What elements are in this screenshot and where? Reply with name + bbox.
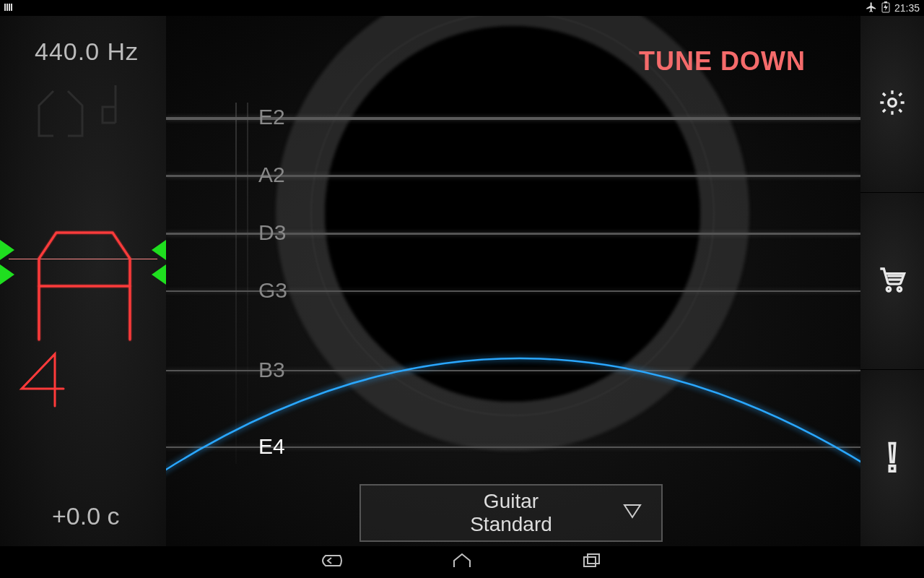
svg-rect-12 [889,466,894,471]
home-button[interactable] [451,551,473,573]
recents-button[interactable] [581,551,603,573]
alert-button[interactable] [860,369,924,546]
detected-note-letter [19,220,152,347]
gear-icon [878,88,907,120]
ghost-note-background [22,66,152,156]
cart-icon [877,265,907,297]
string-label: E2 [258,105,285,129]
svg-rect-2 [9,4,10,11]
detected-note-octave [16,350,74,410]
right-toolbar [860,16,924,546]
string-label-active: E4 [258,434,285,459]
status-time: 21:35 [894,2,920,14]
cents-offset: +0.0 c [52,502,120,530]
gauge-marker-icon [0,264,14,285]
svg-point-9 [897,288,901,291]
soundhole [325,26,700,402]
svg-point-7 [889,99,897,107]
battery-charging-icon [881,1,890,15]
tuning-line1: Guitar [484,490,539,512]
gauge-marker-icon [0,240,14,260]
tuning-instruction: TUNE DOWN [639,46,806,77]
tuning-preset-label: Guitar Standard [470,490,552,536]
nut-line [247,103,248,464]
chevron-down-icon [622,503,642,523]
fretboard-area: E2 A2 D3 G3 B3 E4 TUNE DOWN Guitar Stand… [166,16,860,546]
store-button[interactable] [860,192,924,369]
svg-rect-14 [588,554,599,564]
string-label: G3 [258,278,287,303]
svg-rect-13 [584,557,596,566]
android-status-bar: 21:35 [0,0,924,16]
exclamation-icon [881,441,903,475]
svg-rect-3 [11,4,12,11]
svg-rect-0 [4,4,6,11]
back-button[interactable] [321,551,343,573]
tuning-preset-selector[interactable]: Guitar Standard [359,484,663,542]
svg-rect-1 [6,4,8,11]
gauge-marker-icon [152,264,166,285]
signal-icon [4,2,14,14]
settings-button[interactable] [860,16,924,192]
pitch-gauge-panel: 440.0 Hz [0,16,166,546]
string-label: B3 [258,358,285,382]
string-label: A2 [258,163,285,187]
tuning-line2: Standard [470,513,552,535]
reference-frequency[interactable]: 440.0 Hz [35,38,139,66]
gauge-marker-icon [152,240,166,260]
svg-rect-5 [884,1,887,3]
string-label: D3 [258,220,286,245]
cents-gauge [0,218,166,406]
airplane-mode-icon [866,1,877,15]
android-nav-bar [0,546,924,578]
svg-point-8 [886,288,890,291]
nut-line [235,103,237,464]
